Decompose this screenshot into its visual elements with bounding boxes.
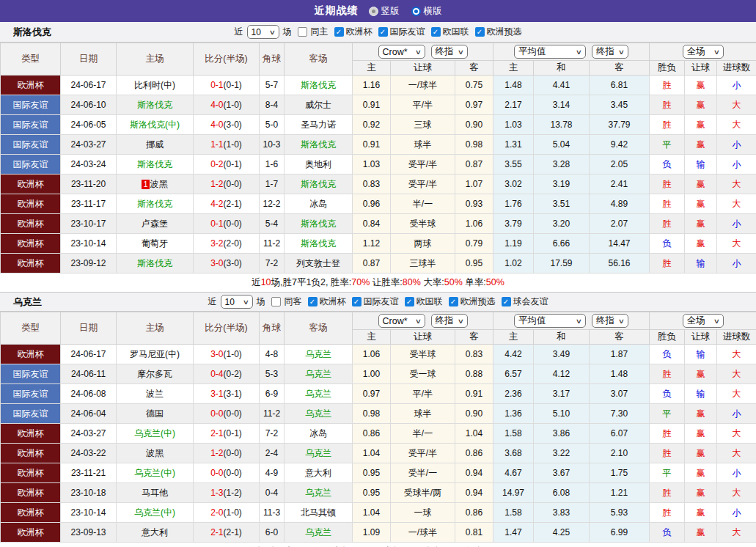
euro-draw-odds: 3.17 [534, 384, 590, 404]
result-goals-size: 小 [717, 76, 756, 95]
handicap-home-odds: 0.95 [353, 483, 391, 503]
result-goals-size: 小 [717, 503, 756, 523]
filter-bar: 近10∨场同客✓欧洲杯✓国际友谊✓欧国联✓欧洲预选✓球会友谊 [208, 295, 548, 309]
match-date: 23-10-14 [61, 234, 117, 254]
handicap-line: 受半/一 [391, 463, 455, 483]
corner-score: 5-3 [260, 364, 285, 384]
league-checkbox[interactable]: ✓ [449, 297, 458, 306]
match-row: 国际友谊24-03-24斯洛伐克0-2(0-1)1-6奥地利1.03受平/半0.… [1, 155, 756, 175]
scope-dropdown-cell: 全场∨ [650, 43, 756, 61]
handicap-away-odds: 0.90 [455, 404, 493, 424]
match-score: 4-0(1-0) [194, 95, 260, 115]
scope-select[interactable]: 全场∨ [683, 314, 724, 328]
match-row: 欧洲杯23-09-12斯洛伐克3-0(3-0)7-2列支敦士登0.87三球半0.… [1, 254, 756, 274]
horizontal-layout-label: 横版 [424, 5, 442, 18]
summary-segment: 50% [486, 277, 504, 287]
corner-score: 2-4 [260, 444, 285, 463]
home-team: 挪威 [117, 135, 194, 155]
handicap-time-select[interactable]: 终指∨ [431, 45, 468, 59]
league-checkbox[interactable]: ✓ [502, 297, 511, 306]
euro-away-odds: 6.07 [590, 424, 650, 444]
result-handicap: 赢 [685, 444, 717, 463]
handicap-away-odds: 1.04 [455, 424, 493, 444]
col-header-score: 比分(半场) [194, 43, 260, 76]
section-summary: 近10场,胜5平2负3, 胜率:50% 让胜率:80% 大率:70% 单率:40… [0, 543, 756, 547]
euro-home-odds: 1.19 [493, 234, 534, 254]
away-team: 斯洛伐克 [285, 76, 353, 95]
league-checkbox[interactable]: ✓ [308, 297, 318, 306]
corner-score: 11-2 [260, 234, 285, 254]
home-team: 比利时(中) [117, 76, 194, 95]
handicap-company-select[interactable]: Crow*∨ [378, 45, 425, 59]
competition-type: 欧洲杯 [1, 444, 61, 463]
scope-select[interactable]: 全场∨ [683, 45, 724, 59]
handicap-line: 一/球半 [391, 76, 455, 95]
match-score: 3-2(2-0) [194, 234, 260, 254]
league-checkbox[interactable]: ✓ [352, 297, 362, 306]
handicap-home-odds: 0.98 [353, 404, 391, 424]
euro-time-select[interactable]: 终指∨ [592, 314, 628, 328]
col-header-date: 日期 [61, 43, 117, 76]
result-goals-size: 大 [717, 115, 756, 135]
match-date: 23-10-18 [61, 483, 117, 503]
league-checkbox[interactable]: ✓ [334, 27, 344, 37]
result-goals-size: 大 [717, 175, 756, 194]
euro-draw-odds: 13.78 [534, 115, 590, 135]
games-label: 场 [257, 295, 265, 308]
handicap-line: 受半球 [391, 214, 455, 234]
league-checkbox[interactable]: ✓ [378, 27, 388, 37]
match-row: 国际友谊24-06-10斯洛伐克4-0(1-0)8-4威尔士0.91平/半0.9… [1, 95, 756, 115]
euro-draw-odds: 5.04 [534, 135, 590, 155]
league-label: 国际友谊 [390, 26, 425, 38]
home-team: 乌克兰(中) [117, 424, 194, 444]
league-checkbox[interactable]: ✓ [405, 297, 414, 306]
handicap-time-select[interactable]: 终指∨ [431, 314, 468, 328]
result-handicap: 赢 [685, 404, 717, 424]
radio-selected-icon[interactable] [411, 7, 421, 16]
euro-away-odds: 9.42 [590, 135, 650, 155]
near-label: 近 [208, 295, 217, 308]
result-win-draw-lose: 胜 [650, 254, 685, 274]
euro-draw-odds: 3.67 [534, 463, 590, 483]
match-row: 国际友谊24-06-11摩尔多瓦0-4(0-2)5-3乌克兰1.00受一球0.8… [1, 364, 756, 384]
match-score: 0-2(0-1) [194, 155, 260, 175]
home-team: 波兰 [117, 384, 194, 404]
euro-home-odds: 3.55 [493, 155, 534, 175]
euro-time-select[interactable]: 终指∨ [592, 45, 628, 59]
radio-unselected-icon[interactable] [369, 7, 378, 16]
euro-away-odds: 2.05 [590, 155, 650, 175]
match-score: 2-0(1-0) [194, 503, 260, 523]
vertical-layout-radio-option[interactable]: 竖版 [369, 5, 400, 18]
euro-home-odds: 1.03 [493, 115, 534, 135]
same-venue-checkbox[interactable] [271, 297, 281, 306]
away-team: 斯洛伐克 [285, 175, 353, 194]
handicap-line: 半/一 [391, 194, 455, 214]
euro-company-select[interactable]: 平均值∨ [514, 314, 586, 328]
result-goals-size: 小 [717, 214, 756, 234]
match-count-select[interactable]: 10∨ [221, 295, 253, 309]
horizontal-layout-radio-option[interactable]: 横版 [411, 5, 442, 18]
chevron-down-icon: ∨ [576, 48, 582, 56]
match-row: 国际友谊24-06-08波兰3-1(3-1)6-9乌克兰0.97平/半0.912… [1, 384, 756, 404]
competition-type: 国际友谊 [1, 364, 61, 384]
same-venue-checkbox[interactable] [298, 27, 307, 37]
euro-home-odds: 3.68 [493, 444, 534, 463]
competition-type: 欧洲杯 [1, 345, 61, 364]
match-score: 1-2(0-0) [194, 444, 260, 463]
league-checkbox[interactable]: ✓ [475, 27, 485, 37]
competition-type: 国际友谊 [1, 115, 61, 135]
away-team: 乌克兰 [285, 444, 353, 463]
match-date: 23-09-12 [61, 254, 117, 274]
section-ukraine: 乌克兰 近10∨场同客✓欧洲杯✓国际友谊✓欧国联✓欧洲预选✓球会友谊 类型 日期… [0, 292, 756, 547]
handicap-home-odds: 0.84 [353, 214, 391, 234]
matches-table: 类型 日期 主场 比分(半场) 角球 客场 Crow*∨ 终指∨ 平均值 [0, 43, 756, 274]
league-checkbox[interactable]: ✓ [431, 27, 441, 37]
handicap-company-select[interactable]: Crow*∨ [378, 314, 425, 328]
home-team: 斯洛伐克(中) [117, 115, 194, 135]
match-score: 0-1(0-0) [194, 214, 260, 234]
result-win-draw-lose: 胜 [650, 483, 685, 503]
match-count-select[interactable]: 10∨ [247, 25, 279, 39]
euro-company-select[interactable]: 平均值∨ [514, 45, 586, 59]
handicap-home-odds: 1.04 [353, 444, 391, 463]
competition-type: 欧洲杯 [1, 424, 61, 444]
